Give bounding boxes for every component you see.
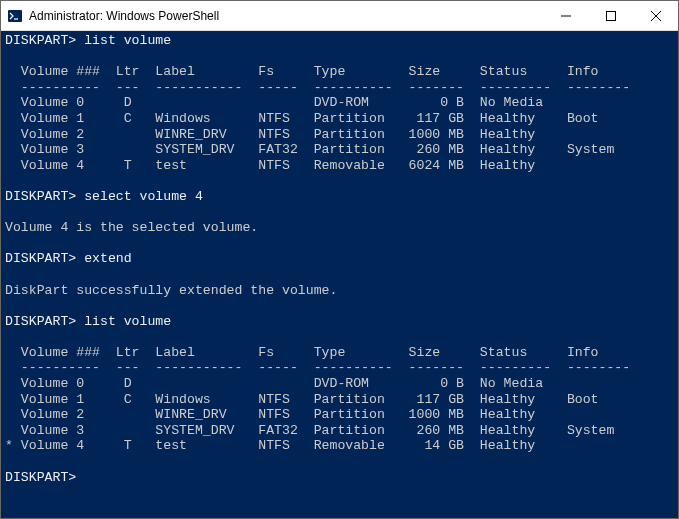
table-row: Volume 2 WINRE_DRV NTFS Partition 1000 M… xyxy=(5,127,535,142)
terminal-output[interactable]: DISKPART> list volume Volume ### Ltr Lab… xyxy=(1,31,678,518)
prompt: DISKPART> xyxy=(5,33,84,48)
table-row: Volume 1 C Windows NTFS Partition 117 GB… xyxy=(5,392,599,407)
close-icon xyxy=(651,11,661,21)
svg-rect-0 xyxy=(8,10,22,22)
command: list volume xyxy=(84,33,171,48)
table-separator: ---------- --- ----------- ----- -------… xyxy=(5,80,630,95)
table-row: Volume 1 C Windows NTFS Partition 117 GB… xyxy=(5,111,599,126)
command: select volume 4 xyxy=(84,189,203,204)
command: list volume xyxy=(84,314,171,329)
table-separator: ---------- --- ----------- ----- -------… xyxy=(5,360,630,375)
table-row: Volume 4 T test NTFS Removable 6024 MB H… xyxy=(5,158,535,173)
titlebar[interactable]: Administrator: Windows PowerShell xyxy=(1,1,678,31)
window-controls xyxy=(543,1,678,30)
minimize-button[interactable] xyxy=(543,1,588,30)
table-header: Volume ### Ltr Label Fs Type Size Status… xyxy=(5,345,599,360)
close-button[interactable] xyxy=(633,1,678,30)
window-title: Administrator: Windows PowerShell xyxy=(29,9,543,23)
table-row: Volume 2 WINRE_DRV NTFS Partition 1000 M… xyxy=(5,407,535,422)
prompt: DISKPART> xyxy=(5,470,76,485)
table-row: * Volume 4 T test NTFS Removable 14 GB H… xyxy=(5,438,535,453)
table-row: Volume 3 SYSTEM_DRV FAT32 Partition 260 … xyxy=(5,423,614,438)
prompt: DISKPART> xyxy=(5,251,84,266)
powershell-icon xyxy=(7,8,23,24)
message: DiskPart successfully extended the volum… xyxy=(5,283,337,298)
minimize-icon xyxy=(561,11,571,21)
table-row: Volume 0 D DVD-ROM 0 B No Media xyxy=(5,95,543,110)
maximize-button[interactable] xyxy=(588,1,633,30)
message: Volume 4 is the selected volume. xyxy=(5,220,258,235)
prompt: DISKPART> xyxy=(5,314,84,329)
table-row: Volume 0 D DVD-ROM 0 B No Media xyxy=(5,376,543,391)
table-header: Volume ### Ltr Label Fs Type Size Status… xyxy=(5,64,599,79)
command: extend xyxy=(84,251,131,266)
maximize-icon xyxy=(606,11,616,21)
prompt: DISKPART> xyxy=(5,189,84,204)
svg-rect-3 xyxy=(606,11,615,20)
table-row: Volume 3 SYSTEM_DRV FAT32 Partition 260 … xyxy=(5,142,614,157)
